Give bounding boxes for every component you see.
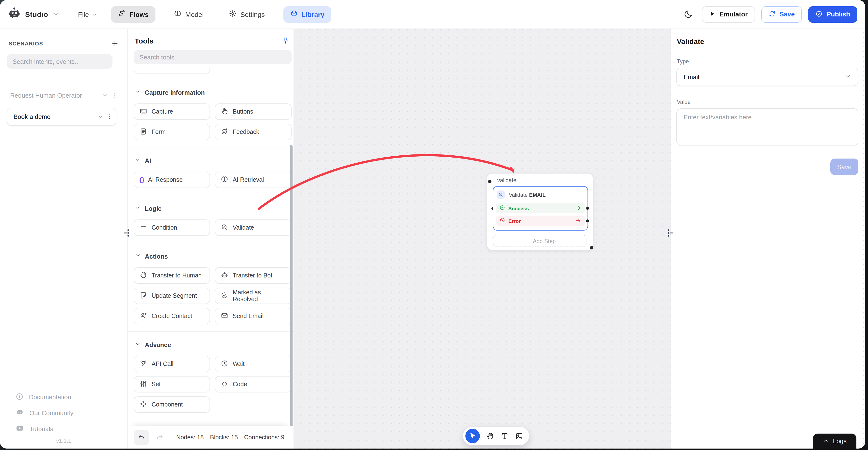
- bot-head-icon: [221, 271, 228, 280]
- redo-button[interactable]: [156, 433, 164, 441]
- tool-form[interactable]: Form: [134, 124, 210, 140]
- divider: [128, 195, 293, 195]
- chevron-down-icon[interactable]: [97, 114, 103, 120]
- value-textarea[interactable]: [676, 108, 858, 146]
- select-tool-button[interactable]: [465, 429, 480, 443]
- tool-set[interactable]: Set: [134, 376, 210, 392]
- dark-mode-toggle-moon-icon[interactable]: [684, 10, 693, 19]
- tool-marked-as-resolved[interactable]: Marked as Resolved: [215, 288, 291, 304]
- footer-label: Tutorials: [29, 425, 53, 432]
- publish-button[interactable]: Publish: [808, 6, 857, 23]
- text-tool-button[interactable]: [501, 432, 509, 440]
- validate-step-block[interactable]: Validate EMAIL Success Error: [493, 186, 588, 230]
- chevron-down-icon: [135, 341, 141, 348]
- save-button[interactable]: Save: [761, 6, 802, 23]
- tab-flows[interactable]: Flows: [111, 6, 155, 23]
- section-capture-information[interactable]: Capture Information: [135, 88, 291, 96]
- tool-transfer-to-bot[interactable]: Transfer to Bot: [215, 267, 291, 284]
- logs-button[interactable]: Logs: [813, 433, 857, 449]
- port-connection-dot[interactable]: [586, 219, 589, 222]
- pin-icon[interactable]: [281, 37, 290, 45]
- arrow-right-icon: [575, 218, 581, 224]
- section-ai[interactable]: AI: [135, 157, 291, 164]
- tool-buttons[interactable]: Buttons: [215, 104, 291, 120]
- connections-count: Connections: 9: [244, 434, 284, 441]
- tool-api-call[interactable]: API Call: [134, 356, 210, 372]
- port-connection-dot[interactable]: [586, 207, 589, 209]
- tool-ai-response[interactable]: { } AI Response: [134, 172, 210, 188]
- tool-update-segment[interactable]: Update Segment: [134, 288, 210, 304]
- inspector-save-button[interactable]: Save: [830, 159, 858, 175]
- nodes-count: Nodes: 18: [176, 434, 204, 441]
- tool-ai-retrieval[interactable]: AI Retrieval: [215, 172, 291, 188]
- tab-library[interactable]: Library: [283, 6, 331, 23]
- footer-item-tutorials[interactable]: Tutorials: [7, 421, 121, 437]
- menu-file[interactable]: File: [78, 10, 97, 18]
- tool-capture[interactable]: Capture: [134, 104, 210, 120]
- tab-settings[interactable]: Settings: [222, 6, 272, 23]
- keyboard-icon: [140, 107, 147, 116]
- footer-item-documentation[interactable]: Documentation: [7, 389, 121, 405]
- emulator-button[interactable]: Emulator: [702, 6, 755, 23]
- chevron-down-icon: [135, 252, 141, 260]
- brand-chevron-down-icon: [52, 11, 59, 18]
- tool-condition[interactable]: Condition: [134, 220, 210, 236]
- sidebar-resize-handle[interactable]: [123, 228, 130, 240]
- port-success[interactable]: Success: [496, 203, 585, 213]
- tool-validate[interactable]: Validate: [215, 220, 291, 236]
- section-logic[interactable]: Logic: [135, 204, 291, 212]
- tool-feedback[interactable]: Feedback: [215, 124, 291, 140]
- add-step-button[interactable]: Add Step: [493, 235, 587, 247]
- scenario-label: Book a demo: [13, 113, 94, 120]
- tab-model[interactable]: Model: [167, 6, 211, 23]
- scenario-item-request-human-operator[interactable]: Request Human Operator: [7, 90, 121, 101]
- app-version: v1.1.1: [7, 438, 121, 444]
- tools-search-input[interactable]: [134, 50, 291, 64]
- type-select[interactable]: Email: [676, 68, 858, 86]
- tool-label: Component: [152, 401, 183, 408]
- node-connection-dot[interactable]: [488, 180, 491, 183]
- inspector-resize-handle[interactable]: [667, 228, 674, 240]
- section-actions[interactable]: Actions: [135, 252, 291, 260]
- tool-label: AI Retrieval: [233, 176, 264, 183]
- tool-wait[interactable]: Wait: [215, 356, 291, 372]
- tool-component[interactable]: Component: [134, 396, 210, 413]
- flow-canvas[interactable]: validate Validate EMAIL Success Error: [294, 29, 671, 449]
- pan-hand-tool-button[interactable]: [486, 432, 494, 440]
- step-prefix: Validate: [509, 192, 528, 197]
- brain-icon: [174, 10, 182, 19]
- youtube-icon: [16, 424, 24, 434]
- tab-settings-label: Settings: [240, 10, 265, 18]
- play-icon: [709, 10, 715, 18]
- chevron-down-icon[interactable]: [102, 92, 108, 99]
- undo-button[interactable]: [134, 430, 149, 445]
- add-scenario-button[interactable]: [111, 39, 119, 47]
- section-label: Actions: [145, 253, 168, 260]
- tool-label: Wait: [233, 361, 245, 367]
- check-circle-icon: [815, 10, 823, 19]
- kebab-menu-icon[interactable]: [111, 92, 117, 99]
- sync-icon: [768, 10, 776, 19]
- footer-item-our-community[interactable]: Our Community: [7, 405, 121, 421]
- type-select-value: Email: [684, 73, 699, 81]
- tab-model-label: Model: [185, 10, 204, 18]
- scenario-item-book-a-demo[interactable]: Book a demo: [7, 108, 116, 126]
- port-label: Success: [508, 205, 529, 211]
- port-error[interactable]: Error: [496, 216, 585, 226]
- scenarios-sidebar: SCENARIOS Request Human Operator Book a …: [0, 29, 128, 449]
- add-step-label: Add Step: [533, 238, 556, 244]
- tool-send-email[interactable]: Send Email: [215, 308, 291, 324]
- scenarios-search-input[interactable]: [7, 54, 113, 68]
- kebab-menu-icon[interactable]: [106, 114, 113, 120]
- section-advance[interactable]: Advance: [135, 341, 291, 348]
- node-connection-dot[interactable]: [590, 246, 593, 249]
- flow-node-validate[interactable]: validate Validate EMAIL Success Error: [487, 173, 593, 250]
- tool-code[interactable]: Code: [215, 376, 291, 392]
- image-tool-button[interactable]: [515, 432, 523, 440]
- chevron-down-icon: [135, 157, 141, 164]
- tool-create-contact[interactable]: Create Contact: [134, 308, 210, 324]
- tool-transfer-to-human[interactable]: Transfer to Human: [134, 267, 210, 284]
- tools-scrollbar[interactable]: [290, 145, 292, 446]
- brand-menu[interactable]: Studio: [8, 7, 59, 22]
- tool-label: Send Email: [233, 313, 264, 319]
